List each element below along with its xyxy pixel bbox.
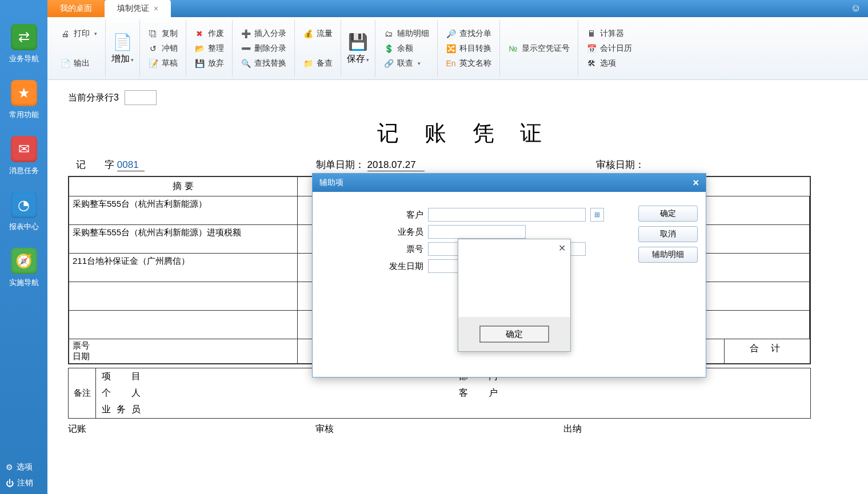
export-icon: 📄	[60, 58, 70, 69]
page-title: 记 账 凭 证	[68, 119, 861, 148]
sidebar-item-favorites[interactable]: ★ 常用功能	[9, 80, 39, 120]
cancel-button[interactable]: 取消	[638, 226, 698, 242]
sidebar-item-implement[interactable]: 🧭 实施导航	[9, 248, 39, 288]
signer-cashier: 出纳	[563, 423, 811, 435]
close-icon[interactable]: ×	[693, 177, 699, 189]
lookup-button[interactable]: ⊞	[590, 208, 604, 222]
label-ticket: 票号	[323, 244, 423, 255]
sidebar-item-biznav[interactable]: ⇄ 业务导航	[9, 24, 39, 64]
sidebar-label: 实施导航	[9, 278, 39, 288]
folder-icon: 📁	[303, 58, 313, 69]
label-occur-date: 发生日期	[323, 261, 423, 272]
detail-icon: 🗂	[383, 29, 394, 39]
sort-button[interactable]: 📂整理	[192, 42, 226, 55]
tab-bar: 我的桌面 填制凭证 × ☺	[47, 0, 868, 17]
link-query-button[interactable]: 🔗联查▾	[381, 57, 431, 70]
aux-detail-button[interactable]: 🗂辅助明细	[381, 27, 431, 40]
insert-entry-button[interactable]: ➕插入分录	[238, 27, 289, 40]
draft-button[interactable]: 📝草稿	[146, 57, 180, 70]
show-empty-button[interactable]: №显示空凭证号	[506, 42, 572, 55]
popup-ok-button[interactable]: 确定	[479, 326, 549, 343]
void-button[interactable]: ✖作废	[192, 27, 226, 40]
calculator-button[interactable]: 🖩计算器	[584, 27, 634, 40]
check-button[interactable]: 📁备查	[301, 57, 335, 70]
chevron-down-icon: ▾	[418, 61, 421, 66]
options-button[interactable]: 🛠选项	[584, 57, 634, 70]
sidebar-label: 业务导航	[9, 54, 39, 64]
sidebar-logout[interactable]: ⏻注销	[6, 478, 47, 488]
signers-row: 记账 审核 出纳	[68, 423, 811, 435]
offset-icon: ↺	[148, 43, 158, 54]
save-icon: 💾	[348, 31, 369, 52]
modal-title-text: 辅助项	[319, 178, 343, 188]
left-sidebar: ⇄ 业务导航 ★ 常用功能 ✉ 消息任务 ◔ 报表中心 🧭 实施导航 ⚙选项 ⏻…	[0, 0, 47, 494]
sidebar-label: 报表中心	[9, 222, 39, 232]
mail-icon: ✉	[11, 136, 37, 162]
tab-voucher[interactable]: 填制凭证 ×	[105, 0, 171, 17]
print-button[interactable]: 🖨打印▾	[58, 27, 99, 40]
flow-button[interactable]: 💰流量	[301, 27, 335, 40]
link-icon: 🔗	[383, 58, 394, 69]
voucher-meta: 记 字 0081 制单日期： 2018.07.27 审核日期：	[68, 158, 861, 171]
sales-input[interactable]	[428, 225, 526, 239]
ribbon-toolbar: 🖨打印▾ 📄输出 📄 增加▾ ⿻复制 ↺冲销 📝草稿 ✖作废 📂整理 💾放弃 ➕…	[47, 17, 868, 80]
find-replace-button[interactable]: 🔍查找替换	[238, 57, 289, 70]
find-icon: 🔍	[241, 58, 251, 69]
signer-book: 记账	[68, 423, 315, 435]
sidebar-item-messages[interactable]: ✉ 消息任务	[9, 136, 39, 176]
aux-detail-button[interactable]: 辅助明细	[638, 247, 698, 263]
save-button[interactable]: 💾 保存▾	[341, 20, 375, 77]
delete-entry-button[interactable]: ➖删除分录	[238, 42, 289, 55]
copy-icon: ⿻	[148, 29, 158, 39]
insert-row-icon: ➕	[241, 29, 251, 39]
close-icon[interactable]: ×	[154, 4, 158, 13]
sidebar-options[interactable]: ⚙选项	[6, 462, 47, 472]
delete-row-icon: ➖	[241, 43, 251, 54]
coins-icon: 💰	[303, 29, 313, 39]
copy-button[interactable]: ⿻复制	[146, 27, 180, 40]
remark-sales: 业务员	[96, 401, 453, 418]
inner-popup: ✕ 确定	[458, 239, 571, 352]
total-label: 合 计	[724, 339, 810, 363]
discard-button[interactable]: 💾放弃	[192, 57, 226, 70]
tab-desktop[interactable]: 我的桌面	[47, 0, 105, 17]
find-entry-button[interactable]: 🔎查找分单	[443, 27, 494, 40]
modal-titlebar[interactable]: 辅助项 ×	[313, 174, 706, 192]
printer-icon: 🖨	[60, 29, 70, 39]
current-row-input[interactable]	[125, 90, 157, 105]
calendar-button[interactable]: 📅会计日历	[584, 42, 634, 55]
signer-audit: 审核	[315, 423, 563, 435]
search-list-icon: 🔎	[446, 29, 456, 39]
date-label: 日期	[73, 351, 90, 361]
col-summary-header: 摘 要	[69, 177, 298, 196]
voucher-no[interactable]: 0081	[117, 159, 145, 171]
export-button[interactable]: 📄输出	[58, 57, 99, 70]
gear-icon: ⚙	[6, 463, 13, 472]
subject-convert-button[interactable]: 🔀科目转换	[443, 42, 494, 55]
compass-icon: 🧭	[11, 248, 37, 274]
aux-modal: 辅助项 × 客户 ⊞ 业务员 票号 发生日期 确定 取消 辅助明细 ✕	[312, 173, 706, 377]
ok-button[interactable]: 确定	[638, 206, 698, 222]
sidebar-item-reports[interactable]: ◔ 报表中心	[9, 192, 39, 232]
remark-customer: 客 户	[453, 385, 810, 401]
tools-icon: 🛠	[586, 58, 597, 69]
chevron-down-icon: ▾	[366, 57, 369, 63]
customer-input[interactable]	[428, 208, 586, 222]
chevron-down-icon: ▾	[94, 31, 97, 37]
balance-button[interactable]: 💲余额	[381, 42, 431, 55]
sort-icon: 📂	[194, 43, 205, 54]
close-icon[interactable]: ✕	[558, 243, 566, 254]
offset-button[interactable]: ↺冲销	[146, 42, 180, 55]
convert-icon: 🔀	[446, 43, 456, 54]
chart-icon: ◔	[11, 192, 37, 218]
current-row-label: 当前分录行3	[68, 92, 119, 104]
smile-icon[interactable]: ☺	[851, 2, 861, 14]
english-name-button[interactable]: En英文名称	[443, 57, 494, 70]
add-button[interactable]: 📄 增加▾	[106, 20, 140, 77]
sidebar-label: 消息任务	[9, 166, 39, 176]
make-date[interactable]: 2018.07.27	[367, 159, 425, 171]
void-icon: ✖	[194, 29, 205, 39]
remark-person: 个 人	[96, 385, 453, 401]
ticket-label: 票号	[73, 340, 90, 350]
power-icon: ⏻	[6, 479, 14, 488]
